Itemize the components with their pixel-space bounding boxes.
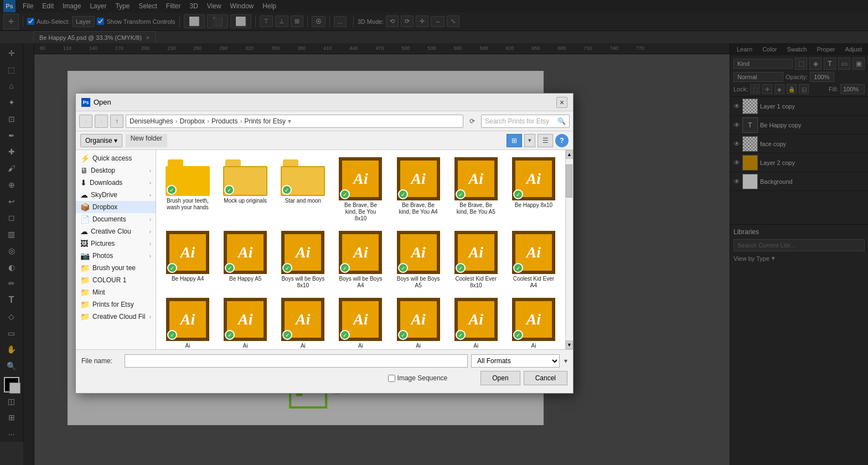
dialog-buttons: Open Cancel — [480, 371, 567, 385]
file-grid-area: ✓ Brush your teeth, wash your hands ✓ Mo… — [156, 150, 565, 349]
breadcrumb[interactable]: DeniseHughes › Dropbox › Products › Prin… — [126, 115, 463, 128]
scrollbar-vertical[interactable]: ▲ ▼ — [565, 150, 573, 349]
view-dropdown-button[interactable]: ▾ — [524, 134, 535, 147]
organise-button[interactable]: Organise ▾ — [80, 134, 122, 147]
file-item-boys-a5[interactable]: Ai ✓ Boys will be Boys A5 — [391, 228, 446, 292]
file-item-behappy-a5[interactable]: Ai ✓ Be Happy A5 — [218, 228, 272, 292]
file-item-boys-8x10[interactable]: Ai ✓ Boys will be Boys 8x10 — [276, 228, 330, 292]
file-item-r3-3[interactable]: Ai ✓ Ai — [333, 295, 388, 349]
format-dropdown-arrow: ▾ — [564, 357, 567, 365]
folder-icon-star: ✓ — [281, 157, 325, 196]
dialog-bottom: File name: All Formats JPEG PNG PSD AI P… — [76, 349, 573, 393]
sidebar-photos[interactable]: 📷 Photos › — [76, 250, 156, 262]
file-label-r3-2: Ai — [301, 343, 306, 349]
scroll-track[interactable] — [566, 159, 573, 340]
file-toolbar-right: ⊞ ▾ ☰ ? — [507, 134, 569, 147]
sidebar-creative-cloud-files[interactable]: 📁 Creative Cloud Fil › — [76, 311, 156, 323]
sidebar-dropbox[interactable]: 📦 Dropbox — [76, 201, 156, 213]
file-item-behappy-a4[interactable]: Ai ✓ Be Happy A4 — [161, 228, 215, 292]
nav-forward-button[interactable]: › — [95, 115, 108, 128]
ai-icon-boys-8x10: Ai ✓ — [281, 231, 324, 274]
file-item-r3-4[interactable]: Ai ✓ Ai — [391, 295, 446, 349]
file-item-r3-1[interactable]: Ai ✓ Ai — [218, 295, 272, 349]
ai-icon-bebrave-a4: Ai ✓ — [397, 157, 440, 200]
file-label-behappy-8x10: Be Happy 8x10 — [515, 202, 552, 209]
file-label-coolest-a4: Coolest Kid Ever A4 — [512, 276, 556, 289]
dialog-titlebar: Ps Open × — [76, 94, 573, 111]
file-label-r3-1: Ai — [243, 343, 248, 349]
search-icon: 🔍 — [557, 117, 566, 125]
file-grid-wrapper: ✓ Brush your teeth, wash your hands ✓ Mo… — [156, 150, 573, 349]
sidebar-skydrive[interactable]: ☁ SkyDrive › — [76, 189, 156, 201]
refresh-button[interactable]: ⟳ — [466, 115, 479, 128]
ai-icon-r3-4: Ai ✓ — [397, 298, 440, 341]
file-item-brush-teeth[interactable]: ✓ Brush your teeth, wash your hands — [161, 154, 215, 225]
scroll-down-button[interactable]: ▼ — [566, 340, 573, 349]
folder-icon-brush: ✓ — [166, 157, 210, 196]
file-label-r3-4: Ai — [416, 343, 421, 349]
sidebar-creative-cloud[interactable]: ☁ Creative Clou › — [76, 225, 156, 237]
cancel-button[interactable]: Cancel — [524, 371, 567, 385]
ai-icon-r3-0: Ai ✓ — [166, 298, 209, 341]
file-label-r3-5: Ai — [473, 343, 478, 349]
breadcrumb-dropdown[interactable]: ▾ — [288, 117, 291, 125]
dialog-title: Open — [94, 98, 556, 106]
file-item-behappy-8x10[interactable]: Ai ✓ Be Happy 8x10 — [507, 154, 561, 225]
nav-back-button[interactable]: ‹ — [79, 115, 92, 128]
file-item-r3-0[interactable]: Ai ✓ Ai — [161, 295, 215, 349]
sidebar-desktop[interactable]: 🖥 Desktop › — [76, 164, 156, 177]
file-label-star: Star and moon — [285, 198, 322, 204]
file-item-mockup[interactable]: ✓ Mock up originals — [218, 154, 272, 225]
search-box[interactable]: Search Prints for Etsy 🔍 — [481, 115, 570, 128]
image-sequence-checkbox[interactable] — [388, 375, 395, 382]
nav-up-button[interactable]: ↑ — [110, 115, 123, 128]
scroll-up-button[interactable]: ▲ — [566, 150, 573, 159]
file-label-r3-0: Ai — [185, 343, 190, 349]
file-item-bebrave-a4[interactable]: Ai ✓ Be Brave, Be kind, Be You A4 — [391, 154, 446, 225]
open-button[interactable]: Open — [480, 371, 520, 385]
sidebar-quick-access[interactable]: ⚡ Quick access — [76, 152, 156, 164]
search-placeholder: Search Prints for Etsy — [485, 117, 549, 125]
file-toolbar-left: Organise ▾ New folder — [80, 134, 167, 147]
sidebar-prints-for-etsy[interactable]: 📁 Prints for Etsy — [76, 298, 156, 311]
file-toolbar: Organise ▾ New folder ⊞ ▾ ☰ ? — [76, 131, 573, 150]
ai-icon-behappy-a4: Ai ✓ — [166, 231, 209, 274]
file-item-coolest-8x10[interactable]: Ai ✓ Coolest Kid Ever 8x10 — [449, 228, 503, 292]
file-item-star-moon[interactable]: ✓ Star and moon — [276, 154, 330, 225]
dialog-close-button[interactable]: × — [556, 97, 567, 108]
filename-row: File name: All Formats JPEG PNG PSD AI P… — [81, 354, 567, 368]
image-sequence-label[interactable]: Image Sequence — [388, 374, 448, 382]
breadcrumb-item-2: Products — [211, 117, 237, 125]
file-item-r3-5[interactable]: Ai ✓ Ai — [449, 295, 503, 349]
sidebar-brush-teeth[interactable]: 📁 Brush your tee — [76, 262, 156, 274]
file-item-r3-2[interactable]: Ai ✓ Ai — [276, 295, 330, 349]
file-item-coolest-a4[interactable]: Ai ✓ Coolest Kid Ever A4 — [507, 228, 561, 292]
ai-icon-r3-1: Ai ✓ — [224, 298, 267, 341]
file-label-bebrave-8x10: Be Brave, Be kind, Be You 8x10 — [338, 202, 383, 222]
view-details-button[interactable]: ☰ — [538, 134, 553, 147]
file-item-r3-6[interactable]: Ai ✓ Ai — [507, 295, 561, 349]
sidebar-colour1[interactable]: 📁 COLOUR 1 — [76, 274, 156, 286]
help-button[interactable]: ? — [555, 134, 569, 147]
ai-icon-r3-6: Ai ✓ — [512, 298, 555, 341]
image-sequence-row: Image Sequence Open Cancel — [81, 371, 567, 385]
file-label-r3-6: Ai — [531, 343, 536, 349]
file-label-behappy-a4: Be Happy A4 — [172, 276, 204, 282]
file-item-boys-a4[interactable]: Ai ✓ Boys will be Boys A4 — [333, 228, 388, 292]
sidebar-mint[interactable]: 📁 Mint — [76, 286, 156, 298]
sidebar-documents[interactable]: 📄 Documents › — [76, 213, 156, 225]
file-item-bebrave-a5[interactable]: Ai ✓ Be Brave, Be kind, Be You A5 — [449, 154, 503, 225]
new-folder-button[interactable]: New folder — [126, 134, 167, 147]
ai-icon-boys-a4: Ai ✓ — [339, 231, 382, 274]
view-thumbnails-button[interactable]: ⊞ — [507, 134, 522, 147]
scroll-thumb[interactable] — [566, 164, 572, 198]
file-item-bebrave-8x10[interactable]: Ai ✓ Be Brave, Be kind, Be You 8x10 — [333, 154, 388, 225]
sidebar-downloads[interactable]: ⬇ Downloads › — [76, 177, 156, 189]
filename-label: File name: — [81, 357, 121, 365]
format-select[interactable]: All Formats JPEG PNG PSD AI PDF — [471, 354, 560, 368]
file-label-bebrave-a4: Be Brave, Be kind, Be You A4 — [396, 202, 441, 215]
ai-icon-r3-3: Ai ✓ — [339, 298, 382, 341]
filename-input[interactable] — [125, 354, 468, 368]
file-label-boys-a4: Boys will be Boys A4 — [338, 276, 383, 289]
sidebar-pictures[interactable]: 🖼 Pictures › — [76, 237, 156, 250]
